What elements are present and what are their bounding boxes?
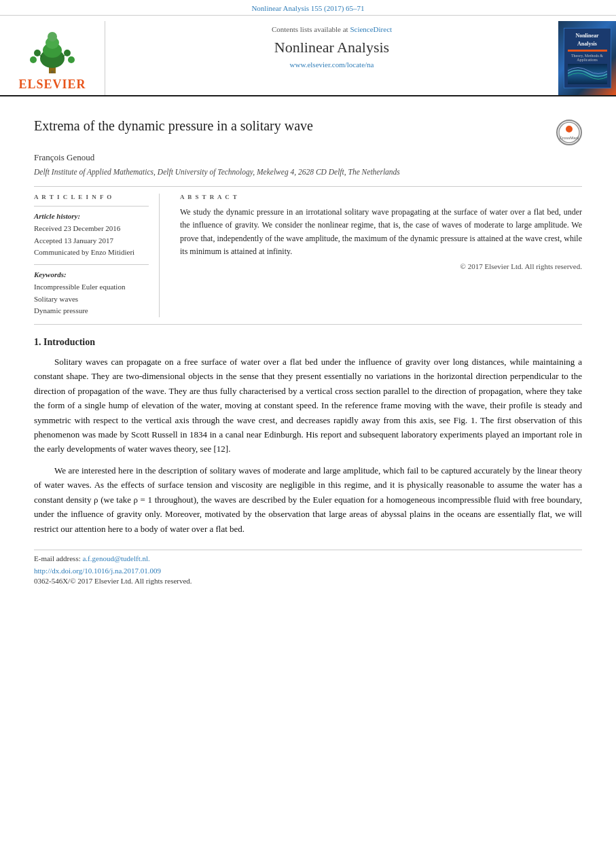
divider-2 <box>34 324 582 325</box>
crossmark-icon: CrossMark <box>556 120 582 145</box>
journal-cover-image: NonlinearAnalysis Theory, Methods & Appl… <box>558 21 616 95</box>
intro-heading: 1. Introduction <box>34 337 582 348</box>
rights-line: 0362-546X/© 2017 Elsevier Ltd. All right… <box>34 577 582 585</box>
keyword-2: Solitary waves <box>34 293 149 306</box>
author-name: François Genoud <box>34 152 582 163</box>
cover-wave-icon <box>568 64 607 83</box>
journal-name: Nonlinear Analysis <box>112 39 551 56</box>
info-divider-2 <box>34 264 149 265</box>
keyword-3: Dynamic pressure <box>34 305 149 317</box>
elsevier-tree-icon <box>18 24 86 75</box>
article-info-label: A R T I C L E I N F O <box>34 194 149 200</box>
svg-text:CrossMark: CrossMark <box>559 136 579 140</box>
keyword-1: Incompressible Euler equation <box>34 281 149 293</box>
elsevier-logo: ELSEVIER <box>0 21 105 95</box>
article-title: Extrema of the dynamic pressure in a sol… <box>34 117 543 135</box>
accepted-date: Accepted 13 January 2017 <box>34 235 149 247</box>
svg-point-4 <box>48 32 57 41</box>
communicated-by: Communicated by Enzo Mitidieri <box>34 247 149 259</box>
cover-journal-title: NonlinearAnalysis <box>568 32 607 47</box>
journal-center-info: Contents lists available at ScienceDirec… <box>105 21 558 95</box>
received-date: Received 23 December 2016 <box>34 223 149 235</box>
journal-url[interactable]: www.elsevier.com/locate/na <box>112 60 551 69</box>
svg-point-7 <box>34 50 41 56</box>
info-abstract-columns: A R T I C L E I N F O Article history: R… <box>34 194 582 317</box>
contents-available-line: Contents lists available at ScienceDirec… <box>112 25 551 33</box>
article-history-label: Article history: <box>34 212 149 220</box>
copyright-line: © 2017 Elsevier Ltd. All rights reserved… <box>180 262 582 270</box>
svg-point-10 <box>68 56 75 63</box>
doi-line[interactable]: http://dx.doi.org/10.1016/j.na.2017.01.0… <box>34 567 582 575</box>
intro-paragraph-2: We are interested here in the descriptio… <box>34 463 582 536</box>
elsevier-brand: ELSEVIER <box>18 77 86 92</box>
abstract-label: A B S T R A C T <box>180 194 582 200</box>
article-title-row: Extrema of the dynamic pressure in a sol… <box>34 110 582 145</box>
journal-header: ELSEVIER Contents lists available at Sci… <box>0 16 616 96</box>
sciencedirect-link[interactable]: ScienceDirect <box>350 25 392 33</box>
citation-bar: Nonlinear Analysis 155 (2017) 65–71 <box>0 0 616 16</box>
cover-subtitle: Theory, Methods & Applications <box>568 54 607 62</box>
keywords-label: Keywords: <box>34 270 149 279</box>
abstract-text: We study the dynamic pressure in an irro… <box>180 206 582 258</box>
article-info-column: A R T I C L E I N F O Article history: R… <box>34 194 160 317</box>
article-body: Extrema of the dynamic pressure in a sol… <box>0 96 616 598</box>
abstract-column: A B S T R A C T We study the dynamic pre… <box>180 194 582 317</box>
svg-point-8 <box>64 50 71 56</box>
divider-1 <box>34 186 582 187</box>
intro-paragraph-1: Solitary waves can propagate on a free s… <box>34 355 582 457</box>
footnote-area: E-mail address: a.f.genoud@tudelft.nl. <box>34 550 582 562</box>
svg-point-13 <box>566 126 573 132</box>
email-address-link[interactable]: a.f.genoud@tudelft.nl. <box>82 554 149 562</box>
citation-text: Nonlinear Analysis 155 (2017) 65–71 <box>251 4 364 12</box>
author-affiliation: Delft Institute of Applied Mathematics, … <box>34 166 582 178</box>
svg-point-9 <box>30 56 37 63</box>
svg-point-11 <box>51 71 54 73</box>
email-footnote: E-mail address: a.f.genoud@tudelft.nl. <box>34 554 582 562</box>
info-divider-1 <box>34 206 149 207</box>
crossmark-badge-container: CrossMark <box>556 120 582 145</box>
